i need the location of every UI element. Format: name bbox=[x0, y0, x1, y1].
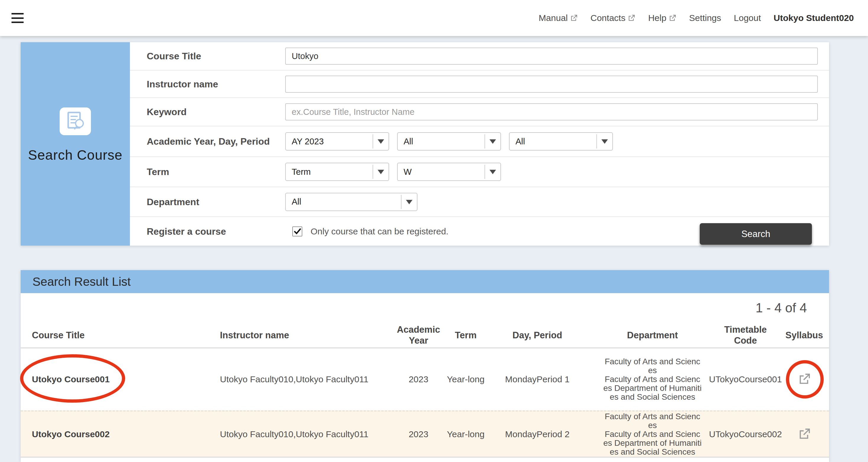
term-value: W bbox=[404, 167, 411, 177]
pagination: 1 - 4 of 4 bbox=[21, 293, 829, 323]
check-icon bbox=[293, 226, 302, 235]
nav-contacts[interactable]: Contacts bbox=[590, 13, 636, 23]
search-button[interactable]: Search bbox=[700, 223, 812, 245]
cell-day-period: MondayPeriod 2 bbox=[481, 411, 593, 457]
hamburger-icon bbox=[11, 13, 24, 14]
form-row-course-title: Course Title bbox=[130, 42, 829, 70]
cell-term: Year-long bbox=[450, 411, 481, 457]
select-divider bbox=[373, 165, 373, 179]
term-type-select[interactable]: Term bbox=[285, 163, 389, 181]
form-row-department: Department All bbox=[130, 187, 829, 216]
course-title-input[interactable] bbox=[285, 48, 818, 65]
keyword-input[interactable] bbox=[285, 103, 818, 120]
nav-logout[interactable]: Logout bbox=[734, 13, 761, 23]
cell-academic-year: 2023 bbox=[387, 411, 450, 457]
form-row-ay-day-period: Academic Year, Day, Period AY 2023 All A… bbox=[130, 126, 829, 156]
term-type-value: Term bbox=[292, 167, 311, 177]
search-course-icon bbox=[60, 107, 91, 135]
nav-settings[interactable]: Settings bbox=[689, 13, 721, 23]
form-row-keyword: Keyword bbox=[130, 97, 829, 126]
day-select[interactable]: All bbox=[397, 132, 501, 151]
day-value: All bbox=[404, 137, 413, 147]
top-nav: Manual Contacts Help Settings bbox=[539, 13, 868, 23]
col-course-title: Course Title bbox=[21, 323, 210, 347]
department-value: All bbox=[292, 197, 301, 207]
form-row-instructor: Instructor name bbox=[130, 70, 829, 97]
register-checkbox[interactable] bbox=[292, 226, 302, 237]
current-user: Utokyo Student020 bbox=[774, 13, 854, 23]
instructor-name-label: Instructor name bbox=[130, 78, 285, 90]
col-day-period: Day, Period bbox=[481, 323, 593, 347]
chevron-down-icon bbox=[490, 170, 496, 174]
page: Manual Contacts Help Settings bbox=[0, 0, 868, 462]
chevron-down-icon bbox=[378, 170, 384, 174]
external-link-icon bbox=[798, 373, 811, 386]
chevron-down-icon bbox=[490, 139, 496, 144]
results-table-header: Course Title Instructor name Academic Ye… bbox=[21, 323, 829, 348]
document-search-icon bbox=[64, 111, 87, 132]
academic-year-value: AY 2023 bbox=[292, 137, 324, 147]
syllabus-link[interactable] bbox=[779, 411, 829, 457]
search-form: Course Title Instructor name Keyword Aca… bbox=[130, 42, 829, 246]
nav-manual[interactable]: Manual bbox=[539, 13, 578, 23]
ay-day-period-label: Academic Year, Day, Period bbox=[130, 135, 285, 147]
nav-help[interactable]: Help bbox=[648, 13, 676, 23]
results-header: Search Result List bbox=[21, 270, 829, 293]
period-value: All bbox=[516, 137, 525, 147]
search-course-panel: Search Course Course Title Instructor na… bbox=[21, 42, 829, 246]
cell-day-period: MondayPeriod 1 bbox=[481, 348, 593, 410]
table-row: Utokyo Course001 Utokyo Faculty010,Utoky… bbox=[21, 348, 829, 410]
nav-settings-label: Settings bbox=[689, 13, 721, 23]
cell-department: Faculty of Arts and Scienc es Faculty of… bbox=[593, 411, 712, 457]
nav-contacts-label: Contacts bbox=[590, 13, 625, 23]
search-result-panel: Search Result List 1 - 4 of 4 Course Tit… bbox=[21, 270, 829, 462]
col-academic-year: Academic Year bbox=[387, 323, 450, 347]
external-link-icon bbox=[627, 14, 636, 22]
term-value-select[interactable]: W bbox=[397, 163, 501, 181]
register-note: Only course that can be registered. bbox=[311, 226, 448, 237]
keyword-label: Keyword bbox=[130, 106, 285, 118]
select-divider bbox=[401, 195, 402, 209]
cell-academic-year: 2023 bbox=[387, 348, 450, 410]
search-course-side-panel: Search Course bbox=[21, 42, 130, 246]
col-department: Department bbox=[593, 323, 712, 347]
cell-timetable-code: UTokyoCourse001 bbox=[712, 348, 779, 410]
term-label: Term bbox=[130, 166, 285, 178]
form-row-register: Register a course Only course that can b… bbox=[130, 216, 829, 246]
register-course-label: Register a course bbox=[130, 225, 285, 237]
cell-course-title[interactable]: Utokyo Course001 bbox=[21, 348, 210, 410]
cell-department: Faculty of Arts and Scienc es Faculty of… bbox=[593, 348, 712, 410]
external-link-icon bbox=[798, 428, 811, 441]
select-divider bbox=[485, 134, 485, 149]
academic-year-select[interactable]: AY 2023 bbox=[285, 132, 389, 151]
panel-title: Search Course bbox=[28, 147, 123, 163]
nav-help-label: Help bbox=[648, 13, 666, 23]
cell-instructor-name: Utokyo Faculty010,Utokyo Faculty011 bbox=[210, 348, 387, 410]
table-row: Utokyo Course002 Utokyo Faculty010,Utoky… bbox=[21, 410, 829, 458]
instructor-name-input[interactable] bbox=[285, 75, 818, 93]
chevron-down-icon bbox=[601, 139, 608, 144]
select-divider bbox=[485, 165, 485, 179]
chevron-down-icon bbox=[406, 200, 412, 204]
col-term: Term bbox=[450, 323, 481, 347]
syllabus-link[interactable] bbox=[779, 348, 829, 410]
external-link-icon bbox=[669, 14, 676, 22]
pagination-count: 1 - 4 of 4 bbox=[755, 301, 807, 315]
select-divider bbox=[596, 134, 597, 149]
chevron-down-icon bbox=[378, 139, 384, 144]
period-select[interactable]: All bbox=[509, 132, 613, 151]
top-bar: Manual Contacts Help Settings bbox=[0, 0, 868, 36]
department-select[interactable]: All bbox=[285, 193, 417, 211]
results-title: Search Result List bbox=[32, 275, 131, 289]
menu-button[interactable] bbox=[11, 13, 24, 23]
course-title-label: Course Title bbox=[130, 50, 285, 62]
form-row-term: Term Term W bbox=[130, 156, 829, 187]
external-link-icon bbox=[570, 14, 578, 22]
col-syllabus: Syllabus bbox=[779, 323, 829, 347]
nav-logout-label: Logout bbox=[734, 13, 761, 23]
select-divider bbox=[373, 134, 373, 149]
col-instructor-name: Instructor name bbox=[210, 323, 387, 347]
cell-instructor-name: Utokyo Faculty010,Utokyo Faculty011 bbox=[210, 411, 387, 457]
cell-course-title[interactable]: Utokyo Course002 bbox=[21, 411, 210, 457]
col-timetable-code: Timetable Code bbox=[712, 323, 779, 347]
